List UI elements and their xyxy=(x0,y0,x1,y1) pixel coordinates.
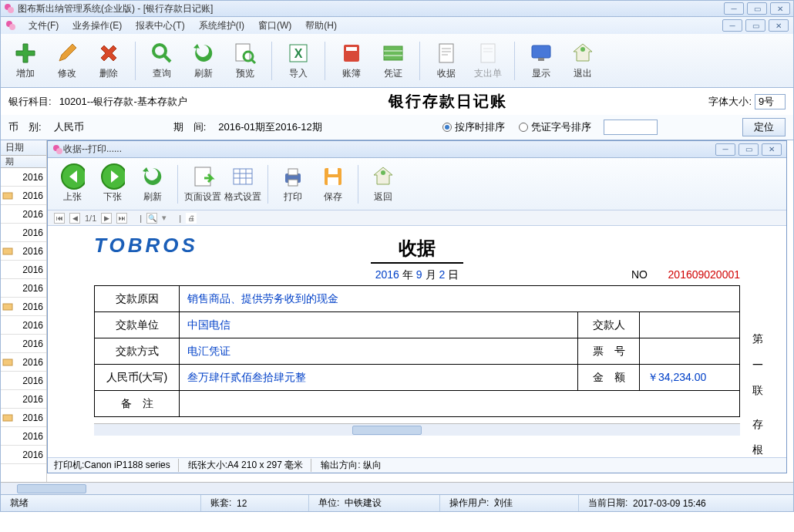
table-row[interactable]: 2016 xyxy=(1,316,46,335)
arrow-right-icon xyxy=(100,164,125,189)
menu-file[interactable]: 文件(F) xyxy=(22,18,65,34)
delete-button[interactable]: 删除 xyxy=(90,37,127,85)
table-row[interactable]: 2016 xyxy=(1,224,46,242)
page-setup-button[interactable]: 页面设置 xyxy=(184,160,221,208)
print-title-text: 收据--打印...... xyxy=(63,143,715,156)
sort-seq-radio[interactable]: 按序时排序 xyxy=(442,120,505,134)
fontsize-combo[interactable]: 9号 xyxy=(755,94,786,109)
maximize-button[interactable]: ▭ xyxy=(747,2,767,15)
bank-subject-label: 银行科目: xyxy=(8,95,52,109)
print-button[interactable]: 打印 xyxy=(274,160,311,208)
zoom-button[interactable]: 🔍 xyxy=(146,213,157,224)
minimize-button[interactable]: ─ xyxy=(724,2,744,15)
print-close-button[interactable]: ✕ xyxy=(762,143,782,156)
grid-icon xyxy=(230,164,255,189)
svg-rect-14 xyxy=(532,45,550,58)
menu-report[interactable]: 报表中心(T) xyxy=(130,18,190,34)
nav-last-button[interactable]: ⏭ xyxy=(116,213,127,224)
receipt-button[interactable]: 收据 xyxy=(428,37,465,85)
close-button[interactable]: ✕ xyxy=(770,2,790,15)
svg-point-3 xyxy=(9,24,15,30)
table-row[interactable]: 2016 xyxy=(1,205,46,224)
svg-point-4 xyxy=(153,45,166,57)
no-value: 201609020001 xyxy=(668,268,740,281)
display-button[interactable]: 显示 xyxy=(523,37,560,85)
svg-rect-30 xyxy=(288,180,298,186)
table-row[interactable]: 2016 xyxy=(1,353,46,372)
floppy-icon xyxy=(321,164,345,189)
app-icon-small xyxy=(5,20,16,31)
svg-rect-33 xyxy=(328,177,338,185)
voucher-button[interactable]: 凭证 xyxy=(375,37,412,85)
menu-help[interactable]: 帮助(H) xyxy=(299,18,343,34)
nav-print-icon[interactable]: 🖨 xyxy=(186,213,197,224)
save-button[interactable]: 保存 xyxy=(315,160,352,208)
sort-no-radio[interactable]: 凭证字号排序 xyxy=(519,120,591,134)
table-row[interactable]: 2016 xyxy=(1,187,46,205)
locate-button[interactable]: 定位 xyxy=(742,118,786,136)
svg-rect-15 xyxy=(538,58,544,61)
nav-prev-button[interactable]: ◀ xyxy=(69,213,80,224)
home-icon xyxy=(570,41,595,66)
table-row[interactable]: 2016 xyxy=(1,427,46,446)
monitor-icon xyxy=(529,41,553,66)
refresh-icon xyxy=(140,164,165,189)
table-row[interactable]: 2016 xyxy=(1,298,46,316)
table-row[interactable]: 2016 xyxy=(1,446,46,464)
format-setup-button[interactable]: 格式设置 xyxy=(224,160,261,208)
expense-icon xyxy=(476,41,500,66)
period-value: 2016-01期至2016-12期 xyxy=(218,120,321,134)
refresh-button[interactable]: 刷新 xyxy=(185,37,222,85)
main-toolbar: 增加 修改 删除 查询 刷新 预览 X 导入 账簿 凭证 收据 支出单 xyxy=(0,34,794,88)
doc-hscroll[interactable] xyxy=(94,423,740,436)
edit-button[interactable]: 修改 xyxy=(49,37,86,85)
table-row[interactable]: 2016 xyxy=(1,409,46,427)
app-icon xyxy=(4,3,15,14)
nav-first-button[interactable]: ⏮ xyxy=(54,213,65,224)
table-row[interactable]: 2016 xyxy=(1,279,46,298)
table-row[interactable]: 2016 xyxy=(1,242,46,261)
print-refresh-button[interactable]: 刷新 xyxy=(134,160,171,208)
exit-button[interactable]: 退出 xyxy=(564,37,601,85)
grid-date-column: 日期 期 20162016201620162016201620162016201… xyxy=(1,140,47,494)
table-row[interactable]: 2016 xyxy=(1,390,46,409)
mdi-close-button[interactable]: ✕ xyxy=(769,19,789,32)
grid-hscroll[interactable] xyxy=(1,482,793,494)
receipt-table: 交款原因销售商品、提供劳务收到的现金 交款单位中国电信交款人 交款方式电汇凭证票… xyxy=(94,285,740,417)
back-button[interactable]: 返回 xyxy=(365,160,402,208)
import-button[interactable]: X 导入 xyxy=(280,37,317,85)
table-row[interactable]: 2016 xyxy=(1,335,46,353)
expense-button: 支出单 xyxy=(469,37,506,85)
svg-text:X: X xyxy=(294,47,303,60)
query-button[interactable]: 查询 xyxy=(143,37,180,85)
svg-rect-10 xyxy=(346,47,357,51)
table-row[interactable]: 2016 xyxy=(1,261,46,279)
svg-rect-32 xyxy=(328,168,338,174)
next-page-button[interactable]: 下张 xyxy=(94,160,131,208)
svg-rect-19 xyxy=(3,304,12,310)
menu-window[interactable]: 窗口(W) xyxy=(252,18,298,34)
menu-biz[interactable]: 业务操作(E) xyxy=(66,18,128,34)
print-minimize-button[interactable]: ─ xyxy=(715,143,735,156)
prev-page-button[interactable]: 上张 xyxy=(54,160,91,208)
mdi-minimize-button[interactable]: ─ xyxy=(722,19,742,32)
nav-next-button[interactable]: ▶ xyxy=(101,213,112,224)
add-button[interactable]: 增加 xyxy=(7,37,44,85)
locate-input[interactable] xyxy=(604,120,658,135)
document-area: TOBROS 收据 2016年 9月 2日 NO 201609020001 交款… xyxy=(48,226,786,457)
table-row[interactable]: 2016 xyxy=(1,168,46,187)
print-maximize-button[interactable]: ▭ xyxy=(738,143,759,156)
mdi-restore-button[interactable]: ▭ xyxy=(745,19,765,32)
ledger-button[interactable]: 账簿 xyxy=(333,37,370,85)
table-row[interactable]: 2016 xyxy=(1,372,46,390)
preview-button[interactable]: 预览 xyxy=(227,37,264,85)
period-label: 期 间: xyxy=(173,120,207,134)
svg-rect-13 xyxy=(481,44,495,62)
svg-rect-29 xyxy=(288,169,298,175)
fontsize-label: 字体大小: xyxy=(708,95,752,109)
pencil-icon xyxy=(55,41,79,66)
print-toolbar: 上张 下张 刷新 页面设置 格式设置 打印 xyxy=(48,158,786,210)
svg-point-34 xyxy=(381,170,385,175)
menu-sys[interactable]: 系统维护(I) xyxy=(193,18,251,34)
svg-rect-11 xyxy=(384,46,402,60)
